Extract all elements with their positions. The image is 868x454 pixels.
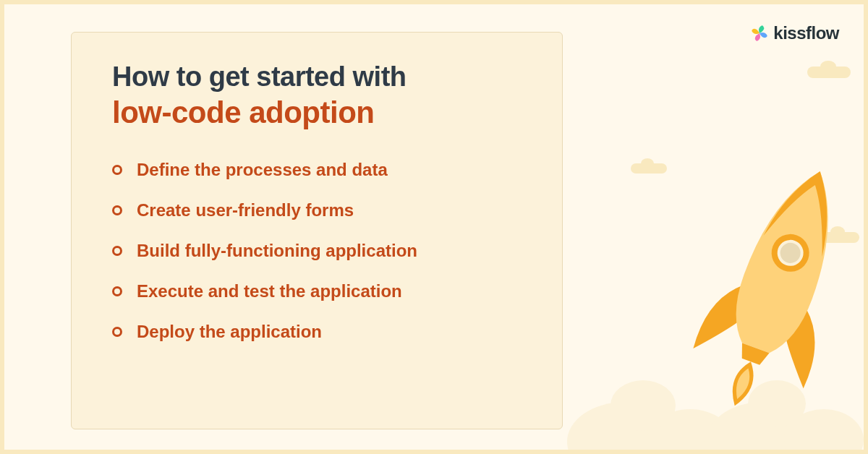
list-item: Deploy the application: [112, 322, 526, 342]
steps-list: Define the processes and data Create use…: [112, 160, 526, 342]
brand-logo: kissflow: [750, 23, 839, 43]
brand-name: kissflow: [773, 23, 839, 43]
list-item-label: Create user-friendly forms: [137, 200, 354, 220]
infographic-canvas: kissflow How to get started with low-cod…: [4, 4, 864, 450]
bullet-icon: [112, 327, 122, 337]
title-line-1: How to get started with: [112, 61, 526, 93]
cloud-icon: [807, 67, 851, 78]
bullet-icon: [112, 205, 122, 215]
title-line-2: low-code adoption: [112, 95, 526, 131]
list-item-label: Build fully-functioning application: [137, 241, 417, 261]
kissflow-logo-icon: [750, 24, 769, 43]
list-item-label: Define the processes and data: [137, 160, 388, 180]
bullet-icon: [112, 286, 122, 296]
content-card: How to get started with low-code adoptio…: [71, 32, 563, 429]
list-item: Create user-friendly forms: [112, 200, 526, 220]
bullet-icon: [112, 246, 122, 256]
list-item: Build fully-functioning application: [112, 241, 526, 261]
list-item-label: Execute and test the application: [137, 281, 402, 301]
list-item-label: Deploy the application: [137, 322, 322, 342]
rocket-illustration: [582, 120, 849, 454]
bullet-icon: [112, 165, 122, 175]
list-item: Execute and test the application: [112, 281, 526, 301]
list-item: Define the processes and data: [112, 160, 526, 180]
